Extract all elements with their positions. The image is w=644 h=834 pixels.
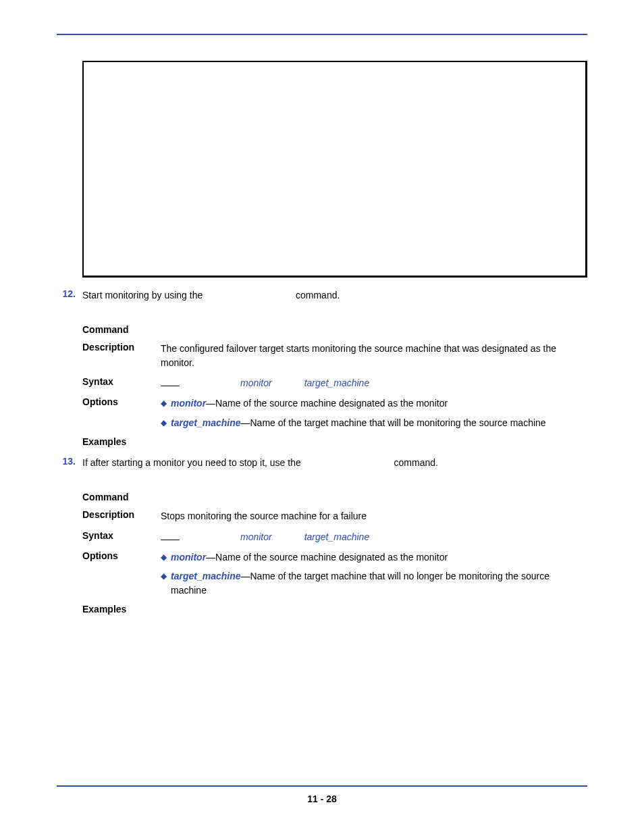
label-examples: Examples bbox=[82, 436, 161, 447]
page-number: 11 - 28 bbox=[307, 793, 337, 804]
body-options: ◆ monitor—Name of the source machine des… bbox=[161, 550, 587, 597]
option-text: target_machine—Name of the target machin… bbox=[171, 416, 587, 429]
body-description: Stops monitoring the source machine for … bbox=[161, 509, 587, 523]
bullet-diamond-icon: ◆ bbox=[161, 569, 167, 597]
row-options: Options ◆ monitor—Name of the source mac… bbox=[82, 393, 587, 433]
body-description: The configured failover target starts mo… bbox=[161, 342, 587, 369]
row-description: Description The configured failover targ… bbox=[82, 338, 587, 373]
step-text-before: Start monitoring by using the bbox=[82, 290, 203, 301]
label-options: Options bbox=[82, 396, 161, 429]
row-command: Command bbox=[82, 321, 587, 338]
syntax-underline bbox=[161, 531, 180, 540]
syntax-arg-1: monitor bbox=[240, 530, 272, 544]
command-table-1: Command Description The configured failo… bbox=[82, 321, 587, 450]
step-text-after: command. bbox=[394, 457, 438, 468]
option-text: monitor—Name of the source machine desig… bbox=[171, 396, 587, 410]
syntax-underline bbox=[161, 377, 180, 386]
syntax-arg-2: target_machine bbox=[304, 530, 370, 544]
row-description: Description Stops monitoring the source … bbox=[82, 506, 587, 526]
body-command bbox=[161, 492, 587, 502]
option-text: monitor—Name of the source machine desig… bbox=[171, 550, 587, 564]
row-examples: Examples bbox=[82, 600, 587, 618]
label-examples: Examples bbox=[82, 604, 161, 615]
option-var: monitor bbox=[171, 552, 206, 563]
step-text-before: If after starting a monitor you need to … bbox=[82, 457, 301, 468]
label-options: Options bbox=[82, 550, 161, 597]
bullet-diamond-icon: ◆ bbox=[161, 550, 167, 564]
syntax-arg-1: monitor bbox=[240, 376, 272, 390]
body-syntax: monitor target_machine bbox=[161, 376, 587, 390]
option-var: target_machine bbox=[171, 571, 240, 581]
row-syntax: Syntax monitor target_machine bbox=[82, 373, 587, 393]
page: 12. Start monitoring by using the comman… bbox=[0, 0, 644, 834]
option-desc: —Name of the source machine designated a… bbox=[206, 398, 448, 409]
body-command bbox=[161, 324, 587, 335]
label-syntax: Syntax bbox=[82, 530, 161, 544]
step-text: If after starting a monitor you need to … bbox=[82, 456, 587, 469]
row-examples: Examples bbox=[82, 433, 587, 450]
figure-placeholder bbox=[82, 61, 587, 278]
row-options: Options ◆ monitor—Name of the source mac… bbox=[82, 547, 587, 600]
option-var: target_machine bbox=[171, 417, 240, 428]
option-item: ◆ monitor—Name of the source machine des… bbox=[161, 396, 587, 410]
row-syntax: Syntax monitor target_machine bbox=[82, 527, 587, 547]
option-item: ◆ target_machine—Name of the target mach… bbox=[161, 416, 587, 429]
label-description: Description bbox=[82, 342, 161, 369]
step-text: Start monitoring by using the command. bbox=[82, 288, 587, 302]
option-item: ◆ monitor—Name of the source machine des… bbox=[161, 550, 587, 564]
syntax-arg-2: target_machine bbox=[304, 376, 370, 390]
step-number: 13. bbox=[57, 456, 76, 467]
label-description: Description bbox=[82, 509, 161, 523]
body-options: ◆ monitor—Name of the source machine des… bbox=[161, 396, 587, 429]
step-number: 12. bbox=[57, 288, 76, 299]
row-command: Command bbox=[82, 488, 587, 506]
step-text-after: command. bbox=[296, 290, 340, 301]
label-command: Command bbox=[82, 492, 161, 502]
page-footer: 11 - 28 bbox=[57, 785, 587, 804]
command-table-2: Command Description Stops monitoring the… bbox=[82, 488, 587, 618]
label-command: Command bbox=[82, 324, 161, 335]
option-var: monitor bbox=[171, 398, 206, 409]
option-desc: —Name of the source machine designated a… bbox=[206, 552, 448, 563]
step-12: 12. Start monitoring by using the comman… bbox=[57, 288, 587, 302]
option-desc: —Name of the target machine that will be… bbox=[240, 417, 545, 428]
bullet-diamond-icon: ◆ bbox=[161, 396, 167, 410]
body-examples bbox=[161, 604, 587, 615]
step-13: 13. If after starting a monitor you need… bbox=[57, 456, 587, 469]
option-text: target_machine—Name of the target machin… bbox=[171, 569, 587, 597]
option-item: ◆ target_machine—Name of the target mach… bbox=[161, 569, 587, 597]
body-syntax: monitor target_machine bbox=[161, 530, 587, 544]
label-syntax: Syntax bbox=[82, 376, 161, 390]
body-examples bbox=[161, 436, 587, 447]
top-rule bbox=[57, 34, 587, 35]
bullet-diamond-icon: ◆ bbox=[161, 416, 167, 429]
